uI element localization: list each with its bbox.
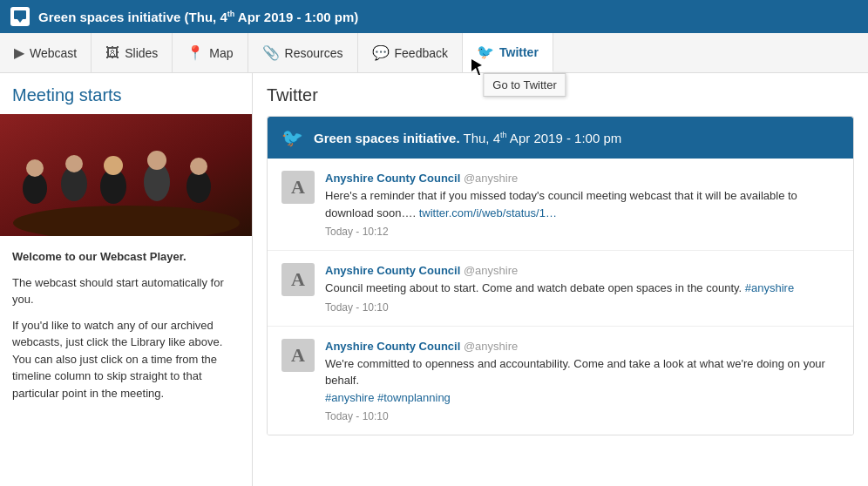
welcome-para2: If you'd like to watch any of our archiv… xyxy=(12,317,240,402)
nav-feedback[interactable]: 💬 Feedback xyxy=(358,33,463,72)
right-panel: Twitter 🐦 Green spaces initiative. Thu, … xyxy=(253,73,868,486)
svg-point-10 xyxy=(104,156,123,175)
welcome-text-block: Welcome to our Webcast Player. The webca… xyxy=(0,236,252,422)
nav-webcast[interactable]: ▶ Webcast xyxy=(0,33,92,72)
nav-resources[interactable]: 📎 Resources xyxy=(248,33,358,72)
twitter-bird-icon: 🐦 xyxy=(281,127,303,148)
feedback-icon: 💬 xyxy=(372,44,390,61)
svg-point-8 xyxy=(65,155,83,172)
meeting-image xyxy=(0,114,252,236)
svg-point-14 xyxy=(190,158,207,175)
tweet-item-2: A Anyshire County Council @anyshire Coun… xyxy=(268,251,853,327)
svg-rect-0 xyxy=(14,10,26,19)
tweet-author-name-2: Anyshire County Council xyxy=(325,264,460,277)
webcast-icon: ▶ xyxy=(14,44,24,61)
app-logo xyxy=(10,7,30,26)
tweet-content-2: Anyshire County Council @anyshire Counci… xyxy=(325,263,839,314)
tweet-handle-3: @anyshire xyxy=(464,340,518,353)
nav-resources-label: Resources xyxy=(285,46,343,60)
page-title: Green spaces initiative (Thu, 4th Apr 20… xyxy=(38,10,358,24)
tweet-author-name-3: Anyshire County Council xyxy=(325,340,460,353)
tweet-author-1: Anyshire County Council @anyshire xyxy=(325,172,518,185)
tweet-time-2: Today - 10:10 xyxy=(325,301,839,314)
nav-map-label: Map xyxy=(209,46,233,60)
tweet-avatar-1: A xyxy=(281,171,315,204)
title-suffix: Apr 2019 - 1:00 pm) xyxy=(234,10,358,24)
nav-map[interactable]: 📍 Map xyxy=(173,33,248,72)
twitter-header-text: Green spaces initiative. Thu, 4th Apr 20… xyxy=(314,131,621,145)
map-icon: 📍 xyxy=(186,44,204,61)
twitter-event-name: Green spaces initiative. xyxy=(314,131,460,145)
tweet-hashtag2-3[interactable]: #townplanning xyxy=(377,391,451,404)
title-text: Green spaces initiative (Thu, 4 xyxy=(38,10,227,24)
tweet-hashtag1-3[interactable]: #anyshire xyxy=(325,391,374,404)
tweet-text-1: Here's a reminder that if you missed tod… xyxy=(325,187,839,221)
nav-twitter-label: Twitter xyxy=(499,45,539,59)
svg-point-5 xyxy=(23,172,47,204)
twitter-tooltip: Go to Twitter xyxy=(483,73,566,97)
tweet-avatar-2: A xyxy=(281,263,315,296)
tweet-author-3: Anyshire County Council @anyshire xyxy=(325,340,518,353)
tweet-time-3: Today - 10:10 xyxy=(325,410,839,422)
twitter-nav-icon: 🐦 xyxy=(477,44,494,60)
welcome-bold: Welcome to our Webcast Player. xyxy=(12,250,186,263)
tweet-body-3: We're committed to openness and accounta… xyxy=(325,357,825,388)
twitter-event-header: 🐦 Green spaces initiative. Thu, 4th Apr … xyxy=(268,117,853,159)
main-nav: ▶ Webcast 🖼 Slides 📍 Map 📎 Resources 💬 F… xyxy=(0,33,868,73)
main-content: Meeting starts xyxy=(0,73,868,486)
slides-icon: 🖼 xyxy=(105,45,119,61)
tweet-text-2: Council meeting about to start. Come and… xyxy=(325,280,839,297)
tweet-content-1: Anyshire County Council @anyshire Here's… xyxy=(325,171,839,238)
tweet-body-2: Council meeting about to start. Come and… xyxy=(325,281,742,294)
app-header: Green spaces initiative (Thu, 4th Apr 20… xyxy=(0,0,868,33)
cursor xyxy=(471,59,482,75)
twitter-date-sup: th xyxy=(500,131,507,139)
tooltip-text: Go to Twitter xyxy=(492,78,556,91)
tweet-time-1: Today - 10:12 xyxy=(325,226,839,238)
tweet-avatar-3: A xyxy=(281,339,315,372)
tweet-list: 🐦 Green spaces initiative. Thu, 4th Apr … xyxy=(267,116,854,435)
nav-webcast-label: Webcast xyxy=(30,46,77,60)
meeting-starts-title: Meeting starts xyxy=(0,73,252,114)
nav-twitter[interactable]: 🐦 Twitter xyxy=(463,33,553,72)
tweet-text-3: We're committed to openness and accounta… xyxy=(325,355,839,407)
nav-feedback-label: Feedback xyxy=(395,46,448,60)
tweet-content-3: Anyshire County Council @anyshire We're … xyxy=(325,339,839,423)
tweet-author-2: Anyshire County Council @anyshire xyxy=(325,264,518,277)
meeting-photo xyxy=(0,114,252,236)
left-panel: Meeting starts xyxy=(0,73,253,486)
svg-point-6 xyxy=(26,159,44,177)
nav-slides[interactable]: 🖼 Slides xyxy=(92,33,173,72)
tweet-handle-1: @anyshire xyxy=(464,172,518,185)
tweet-item: A Anyshire County Council @anyshire Here… xyxy=(268,159,853,251)
svg-marker-1 xyxy=(17,19,23,23)
twitter-date: Thu, 4 xyxy=(463,131,500,145)
twitter-date-suffix: Apr 2019 - 1:00 pm xyxy=(507,131,622,145)
tweet-author-name-1: Anyshire County Council xyxy=(325,172,460,185)
nav-twitter-wrapper: 🐦 Twitter Go to Twitter xyxy=(463,33,553,72)
tweet-handle-2: @anyshire xyxy=(464,264,518,277)
tweet-body-1: Here's a reminder that if you missed tod… xyxy=(325,189,797,219)
tweet-item-3: A Anyshire County Council @anyshire We'r… xyxy=(268,327,853,435)
title-sup: th xyxy=(227,10,235,18)
welcome-para1: The webcast should start automatically f… xyxy=(12,274,240,308)
meeting-svg xyxy=(0,114,252,236)
tweet-hashtag-2[interactable]: #anyshire xyxy=(745,281,794,294)
svg-point-12 xyxy=(147,151,166,170)
nav-slides-label: Slides xyxy=(125,46,158,60)
resources-icon: 📎 xyxy=(262,44,280,61)
tweet-link-1[interactable]: twitter.com/i/web/status/1… xyxy=(419,206,557,219)
